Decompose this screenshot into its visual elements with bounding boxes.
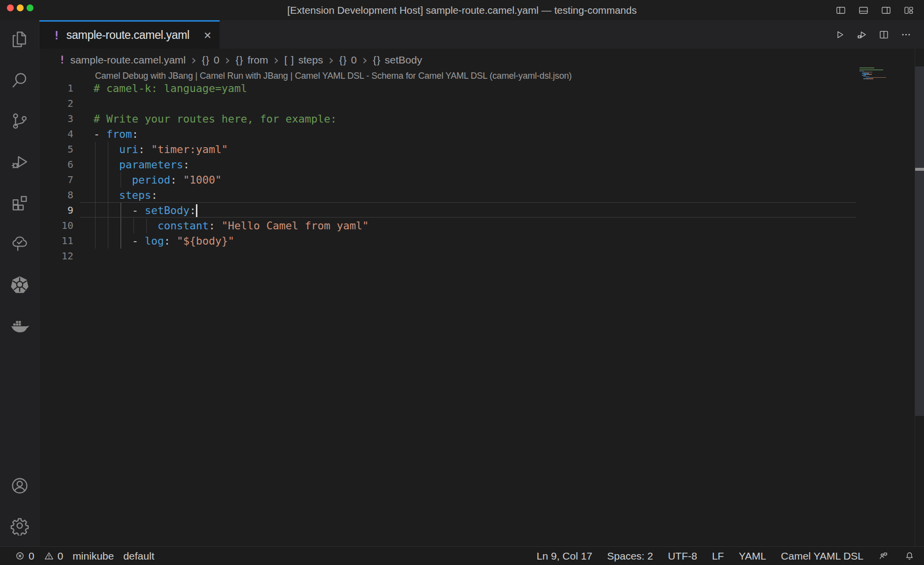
traffic-light-minimize[interactable]	[17, 4, 24, 11]
split-editor-icon[interactable]	[878, 29, 890, 40]
breadcrumb-file-warning-badge: !	[59, 54, 65, 66]
line-number[interactable]: 4	[39, 126, 73, 142]
breadcrumb-separator: ›	[362, 55, 368, 65]
breadcrumb-separator: ›	[328, 55, 334, 65]
status-item-utf-8[interactable]: UTF-8	[668, 550, 698, 562]
breadcrumb-separator: ›	[274, 55, 279, 65]
code-line: parameters:	[94, 157, 190, 172]
line-number[interactable]: 12	[39, 249, 73, 264]
more-actions-icon[interactable]	[900, 29, 912, 40]
code-line: # Write your routes here, for example:	[94, 111, 337, 126]
status-item-minikube[interactable]: minikube	[72, 550, 114, 562]
traffic-lights	[7, 4, 33, 11]
breadcrumb-item[interactable]: sample-route.camel.yaml	[70, 54, 186, 66]
activity-item-accounts[interactable]	[10, 476, 30, 496]
activity-item-kubernetes[interactable]	[9, 274, 30, 295]
text-cursor	[196, 204, 197, 217]
code-line: constant: "Hello Camel from yaml"	[94, 218, 369, 233]
tab-warning-badge: !	[53, 29, 60, 42]
code-line: # camel-k: language=yaml	[94, 81, 247, 96]
toggle-panel-left-icon[interactable]	[835, 5, 846, 16]
status-item-bell[interactable]	[904, 551, 916, 561]
activity-item-settings[interactable]	[10, 516, 30, 535]
close-icon[interactable]: ✕	[203, 30, 212, 41]
line-number[interactable]: 1	[39, 81, 73, 96]
status-item-default[interactable]: default	[123, 550, 154, 562]
window-title: [Extension Development Host] sample-rout…	[98, 0, 826, 20]
breadcrumb: !sample-route.camel.yaml›{}0›{}from›[ ]s…	[39, 49, 924, 71]
tab-label: sample-route.camel.yaml	[66, 29, 190, 42]
toggle-panel-right-icon[interactable]	[881, 5, 892, 16]
activity-item-source-control[interactable]	[9, 111, 30, 131]
activity-item-search[interactable]	[9, 70, 30, 91]
line-number[interactable]: 5	[39, 142, 73, 157]
traffic-light-zoom[interactable]	[27, 4, 33, 11]
traffic-light-close[interactable]	[7, 4, 14, 11]
title-bar: [Extension Development Host] sample-rout…	[0, 0, 924, 20]
line-number[interactable]: 6	[39, 157, 73, 172]
breadcrumb-item[interactable]: {}0	[339, 54, 357, 66]
editor-actions	[834, 20, 912, 49]
tab-bar: ! sample-route.camel.yaml ✕	[39, 20, 924, 49]
line-number[interactable]: 10	[39, 218, 73, 233]
code-line: - from:	[94, 126, 138, 142]
feedback-icon	[878, 551, 889, 561]
status-item-lf[interactable]: LF	[712, 550, 724, 562]
line-number[interactable]: 8	[39, 188, 73, 203]
customize-layout-icon[interactable]	[903, 5, 914, 16]
code-line: period: "1000"	[94, 172, 222, 188]
status-item-feedback[interactable]	[878, 551, 890, 561]
status-item-spaces-2[interactable]: Spaces: 2	[607, 550, 653, 562]
activity-item-test-tree[interactable]	[9, 233, 30, 254]
status-item-0[interactable]: 0	[44, 550, 64, 562]
overview-ruler-cursor-mark	[915, 168, 924, 171]
warning-icon	[44, 551, 54, 561]
breadcrumb-item[interactable]: {}from	[236, 54, 268, 66]
codelens[interactable]: Camel Debug with JBang | Camel Run with …	[95, 71, 572, 81]
breadcrumb-item[interactable]: {}setBody	[373, 54, 422, 66]
line-number[interactable]: 7	[39, 172, 73, 188]
code-line: - log: "${body}"	[94, 233, 234, 249]
titlebar-layout-actions	[835, 0, 914, 20]
breadcrumb-item[interactable]: [ ]steps	[284, 54, 323, 66]
error-icon	[15, 551, 25, 561]
line-number[interactable]: 11	[39, 233, 73, 249]
breadcrumb-separator: ›	[225, 55, 230, 65]
scrollbar-thumb[interactable]	[915, 66, 924, 416]
line-number[interactable]: 9	[39, 203, 73, 218]
status-item-ln-9-col-17[interactable]: Ln 9, Col 17	[537, 550, 592, 562]
debug-run-icon[interactable]	[856, 29, 867, 40]
breadcrumb-separator: ›	[191, 55, 196, 65]
activity-item-explorer[interactable]	[9, 29, 30, 50]
tab-sample-route-camel-yaml[interactable]: ! sample-route.camel.yaml ✕	[39, 20, 220, 49]
status-item-yaml[interactable]: YAML	[739, 550, 766, 562]
status-item-camel-yaml-dsl[interactable]: Camel YAML DSL	[781, 550, 863, 562]
bell-icon	[904, 551, 915, 561]
code-line: uri: "timer:yaml"	[94, 142, 228, 157]
code-line: steps:	[94, 188, 158, 203]
status-bar: 00minikubedefault Ln 9, Col 17Spaces: 2U…	[0, 546, 924, 565]
line-number[interactable]: 2	[39, 96, 73, 111]
activity-item-run-and-debug[interactable]	[9, 152, 30, 172]
activity-item-extensions[interactable]	[9, 192, 30, 213]
status-item-0[interactable]: 0	[15, 550, 34, 562]
run-icon[interactable]	[834, 29, 845, 40]
breadcrumb-item[interactable]: {}0	[202, 54, 220, 66]
activity-bar	[0, 20, 39, 546]
line-number[interactable]: 3	[39, 111, 73, 126]
editor[interactable]: Camel Debug with JBang | Camel Run with …	[39, 71, 924, 546]
toggle-panel-bottom-icon[interactable]	[858, 5, 869, 16]
activity-item-docker[interactable]	[9, 315, 30, 336]
